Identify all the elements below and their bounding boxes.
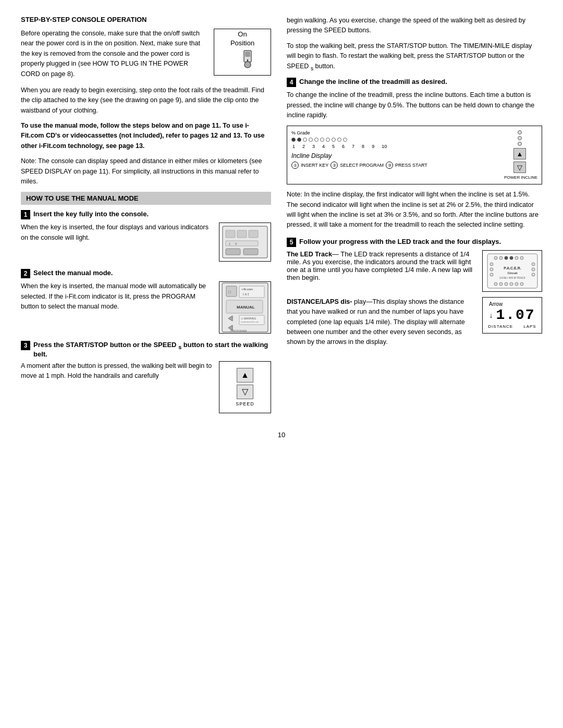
select-program-btn: ②: [331, 162, 338, 169]
svg-point-45: [505, 282, 508, 286]
step-2-title: 2 Select the manual mode.: [21, 269, 271, 278]
grade-dot-4: [309, 138, 313, 142]
step-1-num: 1: [21, 210, 30, 219]
svg-rect-14: [226, 286, 237, 297]
page-container: STEP-BY-STEP CONSOLE OPERATION Before op…: [21, 16, 542, 421]
step-4-title-text: Change the incline of the treadmill as d…: [299, 78, 447, 85]
speed-label: SPEED: [236, 401, 254, 406]
svg-rect-12: [243, 249, 258, 255]
distance-readout: 1.07: [496, 307, 535, 323]
right-column: begin walking. As you exercise, change t…: [287, 16, 542, 421]
right-dot-3: [518, 142, 522, 146]
led-track-title: The LED Track: [287, 251, 332, 258]
grade-dot-9: [337, 138, 341, 142]
manual-mode-header: HOW TO USE THE MANUAL MODE: [21, 192, 271, 205]
incline-right-side: ▲ ▽ POWER INCLINE: [502, 130, 537, 180]
svg-rect-6: [237, 230, 247, 238]
svg-point-48: [520, 282, 523, 286]
incline-display-content: % Grade: [291, 130, 498, 169]
laps-label: LAPS: [523, 324, 536, 329]
switch-icon: [231, 48, 254, 74]
readout-row: ↓ 1.07: [489, 307, 535, 323]
step-5-title-text: Follow your progress with the LED track …: [299, 238, 501, 245]
step-4-title: 4 Change the incline of the treadmill as…: [287, 78, 542, 87]
svg-point-29: [499, 256, 503, 260]
grade-dot-5: [314, 138, 319, 142]
right-dot-2: [518, 136, 522, 140]
console-image: 1 5: [222, 225, 268, 259]
step-1-content: When the key is inserted, the four displ…: [21, 223, 271, 262]
press-start-btn: ③: [386, 162, 393, 169]
led-section: The LED Track— The LED track represents …: [287, 250, 542, 292]
step-1-image: 1 5: [219, 223, 271, 262]
on-label: On Position: [230, 30, 254, 48]
distance-label: DISTANCE: [488, 324, 513, 329]
svg-point-44: [499, 282, 503, 286]
svg-point-34: [490, 263, 493, 266]
grade-dot-1: [291, 138, 296, 142]
svg-point-37: [532, 263, 535, 266]
insert-key-label: INSERT KEY: [301, 163, 328, 168]
step-3-block: 3 Press the START/STOP button or the SPE…: [21, 341, 271, 413]
grade-dot-7: [326, 138, 330, 142]
step-4-note: Note: In the incline display, the first …: [287, 190, 542, 230]
svg-rect-11: [226, 249, 240, 255]
section-title: STEP-BY-STEP CONSOLE OPERATION: [21, 16, 271, 23]
step-1-title: 1 Insert the key fully into the console.: [21, 210, 271, 219]
step-5-title: 5 Follow your progress with the LED trac…: [287, 238, 542, 247]
step-4-num: 4: [287, 78, 296, 87]
svg-point-2: [244, 61, 251, 68]
led-track-image: P.A.C.E.R. Circuit 1/4 Mi / 400 M TRACK: [482, 250, 542, 292]
grade-dot-8: [332, 138, 336, 142]
intro-block: Before operating the console, make sure …: [21, 29, 271, 79]
svg-rect-5: [226, 230, 235, 238]
svg-point-46: [510, 282, 513, 286]
up-arrow-btn: ▲: [237, 368, 253, 382]
note-text: Note: The console can display speed and …: [21, 156, 271, 187]
grade-dot-6: [320, 138, 324, 142]
incline-up-btn[interactable]: ▲: [513, 148, 526, 159]
svg-rect-7: [249, 230, 258, 238]
step-3-num: 3: [21, 341, 30, 350]
step-3-title-text: Press the START/STOP button or the SPEED…: [33, 341, 271, 358]
incline-display-label: Incline Display: [291, 152, 498, 159]
step-2-content: When the key is inserted, the manual mod…: [21, 281, 271, 334]
distance-text: DISTANCE/LAPS dis- play—This display sho…: [287, 297, 476, 348]
step-3-text: A moment after the button is pressed, th…: [21, 361, 213, 381]
svg-point-47: [515, 282, 518, 286]
grade-dot-2: [297, 138, 301, 142]
pacer-circuit-graphic: P.A.C.E.R. Circuit 1/4 Mi / 400 M TRACK: [486, 253, 538, 289]
insert-key-btn: ①: [291, 162, 299, 169]
svg-text:1/4 Mi / 400 M TRACK: 1/4 Mi / 400 M TRACK: [499, 276, 526, 279]
right-indicator-dots: [518, 130, 522, 146]
intro-text-2: When you are ready to begin exercising, …: [21, 85, 271, 116]
svg-point-36: [490, 273, 493, 276]
grade-row: % Grade: [291, 130, 498, 135]
svg-text:understand the use: understand the use: [241, 320, 259, 323]
svg-text:□: □: [228, 290, 231, 294]
down-arrow-btn: ▽: [237, 385, 253, 399]
power-incline-label: POWER INCLINE: [504, 175, 537, 180]
step-5-num: 5: [287, 238, 296, 247]
svg-point-31: [510, 256, 513, 260]
incline-bottom-row: ① INSERT KEY ② SELECT PROGRAM ③ PRESS ST…: [291, 162, 498, 169]
svg-point-33: [520, 256, 523, 260]
grade-dot-3: [303, 138, 307, 142]
down-arrow-indicator: ↓: [489, 311, 493, 319]
distance-image: Arrow ↓ 1.07 DISTANCE LAPS: [482, 297, 542, 334]
step-2-title-text: Select the manual mode.: [33, 269, 113, 277]
step-1-text: When the key is inserted, the four displ…: [21, 223, 213, 243]
step-2-block: 2 Select the manual mode. When the key i…: [21, 269, 271, 334]
step-2-text: When the key is inserted, the manual mod…: [21, 281, 213, 312]
incline-display-box: % Grade: [287, 126, 542, 184]
step-4-text: To change the incline of the treadmill, …: [287, 90, 542, 120]
distance-title: DISTANCE/LAPS dis-: [287, 298, 352, 305]
press-start-label: PRESS START: [395, 163, 427, 168]
svg-text:PROGRAM: PROGRAM: [230, 329, 247, 332]
grade-dots-row: [291, 138, 498, 142]
incline-down-btn[interactable]: ▽: [513, 162, 526, 173]
grade-dot-10: [343, 138, 347, 142]
distance-labels: DISTANCE LAPS: [488, 324, 536, 329]
svg-text:P.A.C.E.R.: P.A.C.E.R.: [504, 266, 521, 270]
select-program-label: SELECT PROGRAM: [340, 163, 384, 168]
